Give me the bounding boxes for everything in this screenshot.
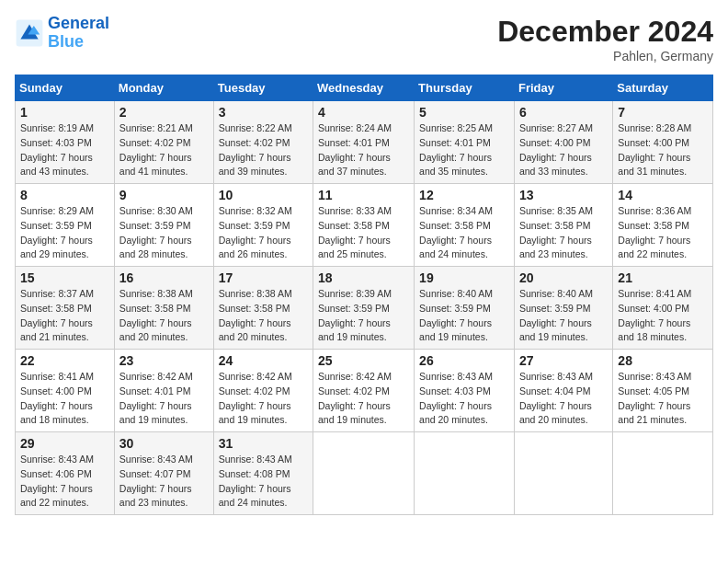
day-number: 27 [519, 353, 608, 368]
calendar-cell: 23 Sunrise: 8:42 AMSunset: 4:01 PMDaylig… [114, 350, 213, 432]
logo-line2: Blue [48, 32, 84, 51]
day-info: Sunrise: 8:42 AMSunset: 4:02 PMDaylight:… [318, 371, 392, 425]
calendar-cell: 28 Sunrise: 8:43 AMSunset: 4:05 PMDaylig… [613, 350, 713, 432]
day-number: 10 [219, 188, 308, 202]
calendar-header-row: SundayMondayTuesdayWednesdayThursdayFrid… [16, 75, 713, 101]
day-number: 6 [519, 105, 608, 120]
day-info: Sunrise: 8:42 AMSunset: 4:02 PMDaylight:… [219, 371, 292, 425]
calendar-cell: 3 Sunrise: 8:22 AMSunset: 4:02 PMDayligh… [213, 101, 313, 184]
day-number: 28 [618, 353, 708, 368]
day-number: 24 [219, 353, 308, 368]
day-of-week-header: Friday [514, 75, 612, 101]
day-info: Sunrise: 8:22 AMSunset: 4:02 PMDaylight:… [219, 122, 292, 177]
day-info: Sunrise: 8:33 AMSunset: 3:58 PMDaylight:… [318, 205, 392, 259]
calendar-cell: 12 Sunrise: 8:34 AMSunset: 3:58 PMDaylig… [415, 184, 515, 267]
calendar-cell: 31 Sunrise: 8:43 AMSunset: 4:08 PMDaylig… [213, 432, 313, 515]
day-of-week-header: Wednesday [313, 75, 415, 101]
day-number: 12 [419, 188, 509, 202]
day-info: Sunrise: 8:41 AMSunset: 4:00 PMDaylight:… [618, 288, 691, 342]
day-number: 13 [519, 188, 608, 202]
day-of-week-header: Sunday [16, 75, 115, 101]
calendar-cell: 6 Sunrise: 8:27 AMSunset: 4:00 PMDayligh… [514, 101, 612, 184]
calendar-cell [313, 432, 415, 515]
day-info: Sunrise: 8:43 AMSunset: 4:07 PMDaylight:… [119, 454, 193, 508]
calendar-body: 1 Sunrise: 8:19 AMSunset: 4:03 PMDayligh… [16, 101, 713, 515]
day-number: 8 [20, 188, 109, 202]
calendar-cell: 7 Sunrise: 8:28 AMSunset: 4:00 PMDayligh… [613, 101, 713, 184]
day-info: Sunrise: 8:43 AMSunset: 4:06 PMDaylight:… [20, 454, 94, 508]
day-info: Sunrise: 8:40 AMSunset: 3:59 PMDaylight:… [519, 288, 593, 342]
logo-line1: General [48, 14, 109, 32]
day-info: Sunrise: 8:29 AMSunset: 3:59 PMDaylight:… [20, 205, 94, 259]
calendar-cell: 1 Sunrise: 8:19 AMSunset: 4:03 PMDayligh… [16, 101, 115, 184]
page-header: General Blue December 2024 Pahlen, Germa… [15, 15, 713, 63]
calendar-cell [613, 432, 713, 515]
day-of-week-header: Monday [114, 75, 213, 101]
calendar-cell: 25 Sunrise: 8:42 AMSunset: 4:02 PMDaylig… [313, 350, 415, 432]
day-number: 4 [318, 105, 409, 120]
calendar-cell: 16 Sunrise: 8:38 AMSunset: 3:58 PMDaylig… [114, 267, 213, 350]
calendar-cell: 21 Sunrise: 8:41 AMSunset: 4:00 PMDaylig… [613, 267, 713, 350]
calendar-week-row: 22 Sunrise: 8:41 AMSunset: 4:00 PMDaylig… [16, 350, 713, 432]
day-info: Sunrise: 8:30 AMSunset: 3:59 PMDaylight:… [119, 205, 193, 259]
calendar-week-row: 29 Sunrise: 8:43 AMSunset: 4:06 PMDaylig… [16, 432, 713, 515]
day-info: Sunrise: 8:43 AMSunset: 4:04 PMDaylight:… [519, 371, 593, 425]
calendar-cell: 27 Sunrise: 8:43 AMSunset: 4:04 PMDaylig… [514, 350, 612, 432]
calendar-cell: 14 Sunrise: 8:36 AMSunset: 3:58 PMDaylig… [613, 184, 713, 267]
day-info: Sunrise: 8:35 AMSunset: 3:58 PMDaylight:… [519, 205, 593, 259]
calendar-cell: 26 Sunrise: 8:43 AMSunset: 4:03 PMDaylig… [415, 350, 515, 432]
calendar-cell: 19 Sunrise: 8:40 AMSunset: 3:59 PMDaylig… [415, 267, 515, 350]
day-info: Sunrise: 8:37 AMSunset: 3:58 PMDaylight:… [20, 288, 94, 342]
day-info: Sunrise: 8:32 AMSunset: 3:59 PMDaylight:… [219, 205, 292, 259]
day-number: 15 [20, 270, 109, 285]
day-number: 26 [419, 353, 509, 368]
day-number: 29 [20, 436, 109, 451]
day-number: 14 [618, 188, 708, 202]
calendar-cell: 15 Sunrise: 8:37 AMSunset: 3:58 PMDaylig… [16, 267, 115, 350]
day-info: Sunrise: 8:21 AMSunset: 4:02 PMDaylight:… [119, 122, 193, 177]
day-info: Sunrise: 8:40 AMSunset: 3:59 PMDaylight:… [419, 288, 493, 342]
calendar-cell: 9 Sunrise: 8:30 AMSunset: 3:59 PMDayligh… [114, 184, 213, 267]
month-title: December 2024 [497, 15, 713, 49]
day-number: 5 [419, 105, 509, 120]
day-number: 21 [618, 270, 708, 285]
day-number: 17 [219, 270, 308, 285]
calendar-cell: 22 Sunrise: 8:41 AMSunset: 4:00 PMDaylig… [16, 350, 115, 432]
calendar-cell: 4 Sunrise: 8:24 AMSunset: 4:01 PMDayligh… [313, 101, 415, 184]
day-number: 9 [119, 188, 209, 202]
calendar-cell: 17 Sunrise: 8:38 AMSunset: 3:58 PMDaylig… [213, 267, 313, 350]
calendar-cell: 10 Sunrise: 8:32 AMSunset: 3:59 PMDaylig… [213, 184, 313, 267]
logo-text: General Blue [48, 15, 109, 52]
day-number: 19 [419, 270, 509, 285]
calendar-cell: 13 Sunrise: 8:35 AMSunset: 3:58 PMDaylig… [514, 184, 612, 267]
day-of-week-header: Tuesday [213, 75, 313, 101]
day-number: 23 [119, 353, 209, 368]
calendar-cell: 20 Sunrise: 8:40 AMSunset: 3:59 PMDaylig… [514, 267, 612, 350]
day-of-week-header: Saturday [613, 75, 713, 101]
day-number: 25 [318, 353, 409, 368]
day-info: Sunrise: 8:27 AMSunset: 4:00 PMDaylight:… [519, 122, 593, 177]
day-number: 31 [219, 436, 308, 451]
calendar-cell: 18 Sunrise: 8:39 AMSunset: 3:59 PMDaylig… [313, 267, 415, 350]
day-info: Sunrise: 8:43 AMSunset: 4:05 PMDaylight:… [618, 371, 691, 425]
day-info: Sunrise: 8:42 AMSunset: 4:01 PMDaylight:… [119, 371, 193, 425]
calendar-cell: 5 Sunrise: 8:25 AMSunset: 4:01 PMDayligh… [415, 101, 515, 184]
calendar-week-row: 8 Sunrise: 8:29 AMSunset: 3:59 PMDayligh… [16, 184, 713, 267]
logo-icon [15, 18, 44, 48]
day-info: Sunrise: 8:38 AMSunset: 3:58 PMDaylight:… [219, 288, 292, 342]
day-info: Sunrise: 8:24 AMSunset: 4:01 PMDaylight:… [318, 122, 392, 177]
day-info: Sunrise: 8:34 AMSunset: 3:58 PMDaylight:… [419, 205, 493, 259]
day-number: 22 [20, 353, 109, 368]
calendar-week-row: 1 Sunrise: 8:19 AMSunset: 4:03 PMDayligh… [16, 101, 713, 184]
calendar-cell: 2 Sunrise: 8:21 AMSunset: 4:02 PMDayligh… [114, 101, 213, 184]
day-info: Sunrise: 8:36 AMSunset: 3:58 PMDaylight:… [618, 205, 691, 259]
day-number: 11 [318, 188, 409, 202]
day-number: 18 [318, 270, 409, 285]
calendar-cell: 24 Sunrise: 8:42 AMSunset: 4:02 PMDaylig… [213, 350, 313, 432]
day-info: Sunrise: 8:19 AMSunset: 4:03 PMDaylight:… [20, 122, 94, 177]
day-info: Sunrise: 8:39 AMSunset: 3:59 PMDaylight:… [318, 288, 392, 342]
day-info: Sunrise: 8:43 AMSunset: 4:03 PMDaylight:… [419, 371, 493, 425]
day-info: Sunrise: 8:43 AMSunset: 4:08 PMDaylight:… [219, 454, 292, 508]
calendar-cell: 8 Sunrise: 8:29 AMSunset: 3:59 PMDayligh… [16, 184, 115, 267]
calendar-week-row: 15 Sunrise: 8:37 AMSunset: 3:58 PMDaylig… [16, 267, 713, 350]
